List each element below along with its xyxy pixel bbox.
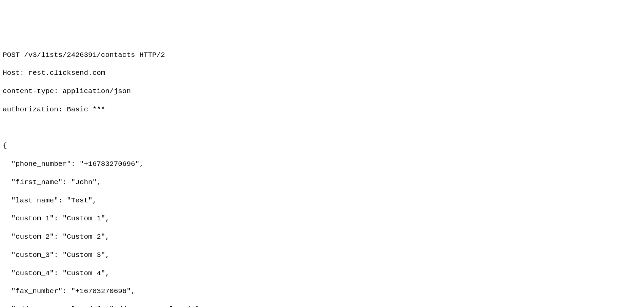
json-field: "first_name": "John",: [3, 178, 641, 187]
http-request-line: POST /v3/lists/2426391/contacts HTTP/2: [3, 51, 641, 60]
json-field: "phone_number": "+16783270696",: [3, 160, 641, 169]
json-open-brace: {: [3, 141, 641, 151]
json-field: "fax_number": "+16783270696",: [3, 287, 641, 296]
json-field: "last_name": "Test",: [3, 196, 641, 205]
json-field: "custom_3": "Custom 3",: [3, 251, 641, 260]
blank-line: [3, 124, 641, 133]
http-host-header: Host: rest.clicksend.com: [3, 69, 641, 78]
json-field: "address_postal_code": "address_postal_c…: [3, 305, 641, 307]
json-field: "custom_2": "Custom 2",: [3, 233, 641, 242]
json-field: "custom_1": "Custom 1",: [3, 214, 641, 223]
json-field: "custom_4": "Custom 4",: [3, 269, 641, 278]
http-content-type-header: content-type: application/json: [3, 87, 641, 96]
http-authorization-header: authorization: Basic ***: [3, 105, 641, 114]
